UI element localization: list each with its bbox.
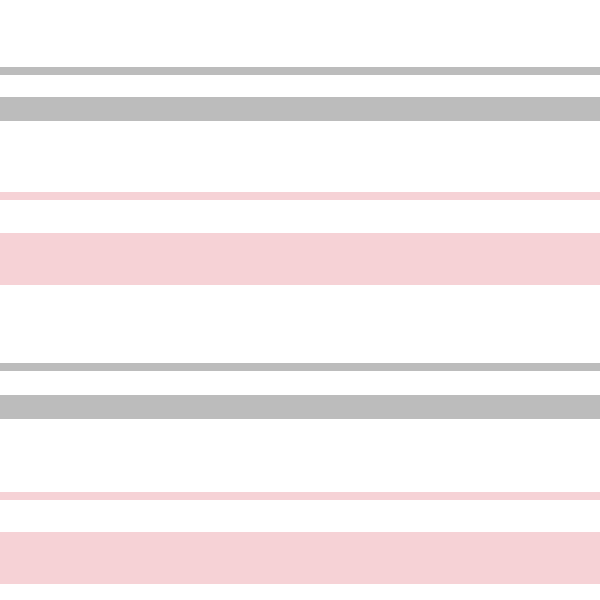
stripe-pink: [0, 233, 600, 285]
stripe-gray: [0, 97, 600, 121]
stripe-gray: [0, 67, 600, 75]
stripe-pink: [0, 492, 600, 500]
stripe-pink: [0, 532, 600, 584]
stripe-gray: [0, 395, 600, 419]
stripe-gray: [0, 363, 600, 371]
stripe-pink: [0, 192, 600, 200]
